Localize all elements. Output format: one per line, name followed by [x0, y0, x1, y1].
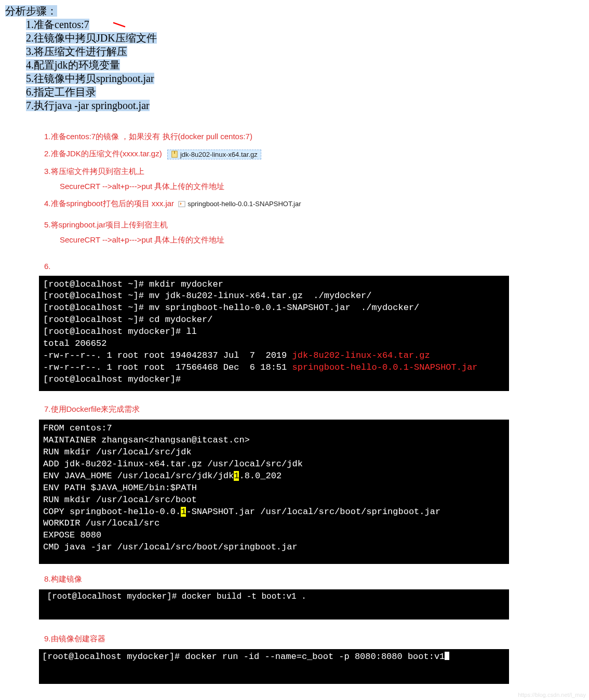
step-item: 5.往镜像中拷贝springboot.jar [26, 72, 584, 85]
file-tag-jar: springboot-hello-0.0.1-SNAPSHOT.jar [178, 200, 301, 208]
terminal-mkdir-mv: [root@localhost ~]# mkdir mydocker [root… [39, 276, 509, 391]
step-2: 2.准备JDK的压缩文件(xxxx.tar.gz) jdk-8u202-linu… [44, 149, 589, 159]
step-item: 2.往镜像中拷贝JDK压缩文件 [26, 31, 584, 45]
step-3: 3.将压缩文件拷贝到宿主机上 [44, 167, 589, 177]
analysis-title: 分析步骤： [5, 4, 166, 18]
step-7: 7.使用Dockerfile来完成需求 [44, 405, 589, 414]
file-tag-jdk: jdk-8u202-linux-x64.tar.gz [167, 150, 261, 159]
step-1: 1.准备centos:7的镜像 ，如果没有 执行(docker pull cen… [44, 132, 589, 142]
analysis-steps-block: 分析步骤： ＼ 1.准备centos:7 2.往镜像中拷贝JDK压缩文件 3.将… [0, 0, 589, 119]
terminal-run: [root@localhost mydocker]# docker run -i… [39, 649, 509, 684]
step-item: 6.指定工作目录 [26, 85, 584, 99]
terminal-dockerfile: FROM centos:7 MAINTAINER zhangsan<zhangs… [39, 420, 509, 564]
terminal-build: [root@localhost mydocker]# docker build … [39, 589, 509, 620]
step-6: 6. [44, 262, 589, 271]
jar-icon [178, 200, 185, 208]
step-3-sub: SecureCRT -->alt+p--->put 具体上传的文件地址 [60, 182, 589, 192]
cursor-icon [445, 652, 449, 660]
step-8: 8.构建镜像 [44, 574, 589, 584]
archive-icon [171, 151, 178, 158]
svg-rect-2 [179, 201, 185, 207]
svg-rect-1 [174, 151, 175, 154]
step-item: 7.执行java -jar springboot.jar [26, 99, 584, 112]
content-area: 1.准备centos:7的镜像 ，如果没有 执行(docker pull cen… [0, 119, 589, 700]
step-item: 1.准备centos:7 [26, 18, 584, 31]
step-9: 9.由镜像创建容器 [44, 634, 589, 644]
step-5: 5.将springboot.jar项目上传到宿主机 [44, 220, 589, 230]
step-5-sub: SecureCRT -->alt+p--->put 具体上传的文件地址 [60, 235, 589, 245]
file-name: springboot-hello-0.0.1-SNAPSHOT.jar [188, 200, 301, 208]
step-4-label: 4.准备springboot打包后的项目 xxx.jar [44, 199, 174, 208]
step-item: 4.配置jdk的环境变量 [26, 58, 584, 72]
step-4: 4.准备springboot打包后的项目 xxx.jar springboot-… [44, 199, 589, 209]
step-2-label: 2.准备JDK的压缩文件(xxxx.tar.gz) [44, 149, 162, 158]
analysis-steps-list: 1.准备centos:7 2.往镜像中拷贝JDK压缩文件 3.将压缩文件进行解压… [26, 18, 584, 112]
file-name: jdk-8u202-linux-x64.tar.gz [180, 151, 258, 158]
step-item: 3.将压缩文件进行解压 [26, 45, 584, 58]
watermark: https://blog.csdn.net/l_may [518, 692, 586, 698]
